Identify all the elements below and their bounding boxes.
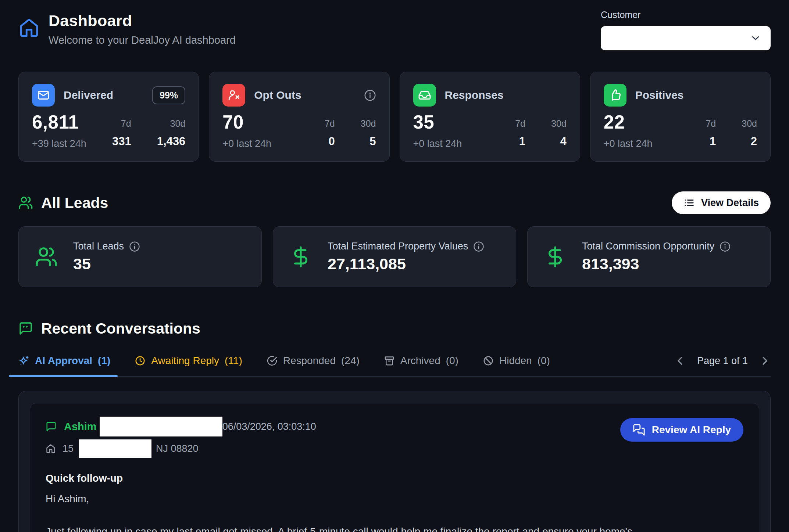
info-icon[interactable] <box>129 241 140 252</box>
chevron-right-icon <box>759 355 771 367</box>
leads-row: Total Leads 35 Total Estimated Pr <box>18 226 771 287</box>
stat-main: 70 +0 last 24h <box>222 111 271 150</box>
lead-card-total-leads: Total Leads 35 <box>18 226 262 287</box>
view-details-button[interactable]: View Details <box>672 191 771 214</box>
stat-delta: +0 last 24h <box>222 138 271 150</box>
section-title-recent-conversations: Recent Conversations <box>41 320 200 337</box>
stat-label: Positives <box>635 89 684 101</box>
customer-label: Customer <box>601 10 771 20</box>
delivery-rate-badge: 99% <box>152 86 185 104</box>
conversation-meta: Ashim 06/03/2026, 03:03:10 15 NJ 08820 <box>46 417 316 458</box>
stat-label: Responses <box>445 89 504 101</box>
user-x-icon <box>222 84 245 107</box>
tab-ai-approval[interactable]: AI Approval (1) <box>18 355 110 376</box>
inbox-icon <box>413 84 436 107</box>
chevron-left-icon <box>674 355 686 367</box>
chat-bubble-icon <box>46 421 57 432</box>
pagination: Page 1 of 1 <box>674 355 771 376</box>
stat-30d: 30d 2 <box>742 118 757 148</box>
conversation-item[interactable]: Ashim 06/03/2026, 03:03:10 15 NJ 08820 <box>30 403 759 532</box>
tab-archived[interactable]: Archived (0) <box>384 355 458 376</box>
prev-page-button[interactable] <box>674 355 686 367</box>
lead-value: 35 <box>73 255 140 273</box>
message-subject: Quick follow-up <box>46 472 743 484</box>
redacted-name-block <box>100 417 222 436</box>
chevron-down-icon <box>750 33 761 44</box>
stat-card-opt-outs: Opt Outs 70 +0 last 24h 7d <box>209 72 389 162</box>
lead-label: Total Commission Opportunity <box>582 241 714 252</box>
customer-select[interactable] <box>601 26 771 50</box>
section-title-all-leads: All Leads <box>41 194 108 212</box>
address-number: 15 <box>63 443 74 454</box>
page-header: Dashboard Welcome to your DealJoy AI das… <box>18 10 771 50</box>
message-greeting: Hi Ashim, <box>46 493 743 505</box>
stat-delta: +39 last 24h <box>32 138 86 150</box>
stat-7d: 7d 1 <box>706 118 716 148</box>
stat-card-responses: Responses 35 +0 last 24h 7d 1 30d 4 <box>400 72 580 162</box>
title-block: Dashboard Welcome to your DealJoy AI das… <box>49 12 236 46</box>
recent-conversations-header: Recent Conversations <box>18 317 771 340</box>
lead-name: Ashim <box>64 421 97 433</box>
address-suffix: NJ 08820 <box>156 443 199 454</box>
stat-label: Delivered <box>64 89 113 101</box>
info-icon[interactable] <box>473 241 484 252</box>
stat-delta: +0 last 24h <box>604 138 653 150</box>
stat-delta: +0 last 24h <box>413 138 462 150</box>
header-title-group: Dashboard Welcome to your DealJoy AI das… <box>18 10 236 46</box>
stat-7d: 7d 0 <box>325 118 335 148</box>
thumbs-up-icon <box>604 84 626 107</box>
stat-main: 22 +0 last 24h <box>604 111 653 150</box>
tab-awaiting-reply[interactable]: Awaiting Reply (11) <box>135 355 242 376</box>
page-indicator: Page 1 of 1 <box>697 355 748 367</box>
tab-responded[interactable]: Responded (24) <box>267 355 360 376</box>
stat-value: 6,811 <box>32 111 86 133</box>
stat-30d: 30d 1,436 <box>157 118 186 148</box>
list-icon <box>683 197 695 208</box>
lead-card-commission: Total Commission Opportunity 813,393 <box>527 226 771 287</box>
lead-value: 813,393 <box>582 255 731 273</box>
info-icon[interactable] <box>720 241 731 252</box>
archive-icon <box>384 355 395 366</box>
clock-icon <box>135 355 146 366</box>
stat-card-delivered: Delivered 99% 6,811 +39 last 24h 7d 331 … <box>18 72 199 162</box>
home-icon <box>18 17 40 38</box>
users-icon <box>35 245 58 268</box>
all-leads-header: All Leads View Details <box>18 191 771 215</box>
conversation-list-container: Ashim 06/03/2026, 03:03:10 15 NJ 08820 <box>18 391 771 532</box>
users-icon <box>18 195 33 210</box>
info-icon[interactable] <box>364 89 376 101</box>
stat-main: 6,811 +39 last 24h <box>32 111 86 150</box>
stat-card-positives: Positives 22 +0 last 24h 7d 1 30d 2 <box>590 72 771 162</box>
next-page-button[interactable] <box>759 355 771 367</box>
tab-count: (1) <box>98 355 110 367</box>
review-ai-reply-button[interactable]: Review AI Reply <box>620 418 743 442</box>
customer-filter: Customer <box>601 10 771 50</box>
dollar-icon <box>544 245 567 268</box>
stat-7d: 7d 1 <box>515 118 525 148</box>
page-title: Dashboard <box>49 12 236 30</box>
stat-value: 22 <box>604 111 653 133</box>
stat-30d: 30d 4 <box>551 118 567 148</box>
conversation-timestamp: 06/03/2026, 03:03:10 <box>222 421 316 432</box>
tab-hidden[interactable]: Hidden (0) <box>483 355 550 376</box>
stat-main: 35 +0 last 24h <box>413 111 462 150</box>
dashboard-page: Dashboard Welcome to your DealJoy AI das… <box>0 0 789 532</box>
messages-icon <box>633 424 645 436</box>
ban-icon <box>483 355 494 366</box>
check-circle-icon <box>267 355 278 366</box>
stat-value: 70 <box>222 111 271 133</box>
chat-bubble-icon <box>18 321 33 336</box>
lead-label: Total Estimated Property Values <box>328 241 468 252</box>
stat-label: Opt Outs <box>254 89 301 101</box>
stat-value: 35 <box>413 111 462 133</box>
tab-count: (11) <box>225 355 242 367</box>
lead-card-property-values: Total Estimated Property Values 27,113,0… <box>273 226 516 287</box>
dollar-icon <box>289 245 312 268</box>
mail-icon <box>32 84 55 107</box>
sparkles-icon <box>18 355 29 366</box>
page-subtitle: Welcome to your DealJoy AI dashboard <box>49 34 236 46</box>
tab-count: (24) <box>341 355 360 367</box>
stats-row: Delivered 99% 6,811 +39 last 24h 7d 331 … <box>18 72 771 162</box>
home-icon <box>46 443 56 454</box>
stat-30d: 30d 5 <box>361 118 376 148</box>
